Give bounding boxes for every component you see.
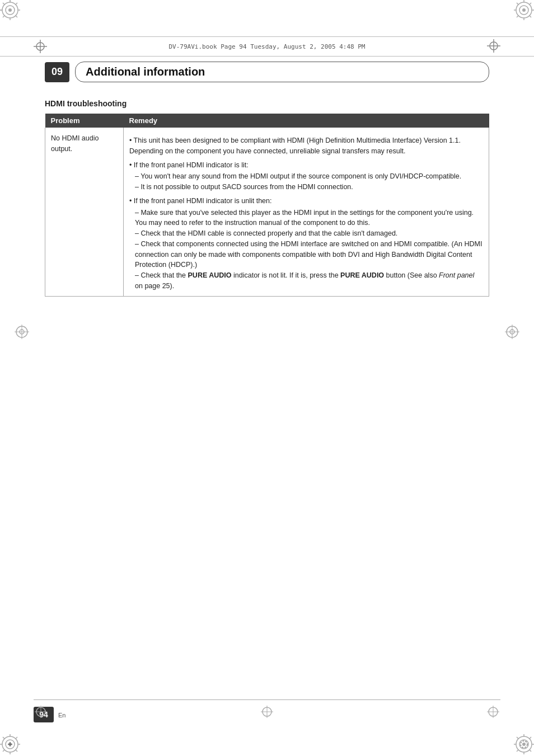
svg-line-47 xyxy=(530,750,531,752)
col-header-problem: Problem xyxy=(45,114,124,128)
svg-line-7 xyxy=(3,3,4,4)
chapter-number: 09 xyxy=(45,62,69,82)
svg-line-34 xyxy=(16,750,17,752)
file-info-text: DV-79AVi.book Page 94 Tuesday, August 2,… xyxy=(169,43,366,50)
svg-line-21 xyxy=(530,3,531,4)
svg-line-8 xyxy=(16,3,17,4)
svg-line-31 xyxy=(3,737,4,739)
troubleshooting-table: Problem Remedy No HDMI audio output. • T… xyxy=(45,114,489,297)
svg-line-20 xyxy=(517,3,518,4)
col-header-remedy: Remedy xyxy=(124,114,489,128)
remedy-cell: • This unit has been designed to be comp… xyxy=(124,128,489,296)
svg-point-15 xyxy=(522,8,526,12)
svg-line-23 xyxy=(530,16,531,17)
bottom-left-reg xyxy=(35,706,47,720)
svg-line-22 xyxy=(517,16,518,17)
svg-line-44 xyxy=(517,737,518,739)
file-info-bar: DV-79AVi.book Page 94 Tuesday, August 2,… xyxy=(0,36,534,57)
page-lang: En xyxy=(58,712,65,719)
table-row: No HDMI audio output. • This unit has be… xyxy=(45,128,489,296)
svg-line-10 xyxy=(16,16,17,17)
chapter-title: Additional information xyxy=(75,62,489,82)
corner-decoration-tl xyxy=(0,0,39,41)
right-reg-mark xyxy=(505,325,519,341)
main-content: 09 Additional information HDMI troublesh… xyxy=(45,62,489,683)
svg-line-9 xyxy=(3,16,4,17)
svg-point-39 xyxy=(522,743,526,746)
svg-line-45 xyxy=(530,737,531,739)
svg-line-33 xyxy=(3,750,4,752)
bottom-right-reg xyxy=(487,706,499,720)
corner-decoration-tr xyxy=(495,0,534,41)
corner-decoration-br xyxy=(495,715,534,756)
left-reg-mark xyxy=(15,325,29,341)
chapter-header: 09 Additional information xyxy=(45,62,489,82)
svg-line-32 xyxy=(16,737,17,739)
bottom-rule xyxy=(34,699,500,700)
section-title: HDMI troubleshooting xyxy=(45,99,489,108)
svg-line-46 xyxy=(517,750,518,752)
bottom-center-reg xyxy=(261,706,273,720)
svg-point-2 xyxy=(8,8,12,12)
problem-cell: No HDMI audio output. xyxy=(45,128,124,296)
remedy-text: • This unit has been designed to be comp… xyxy=(129,135,483,292)
